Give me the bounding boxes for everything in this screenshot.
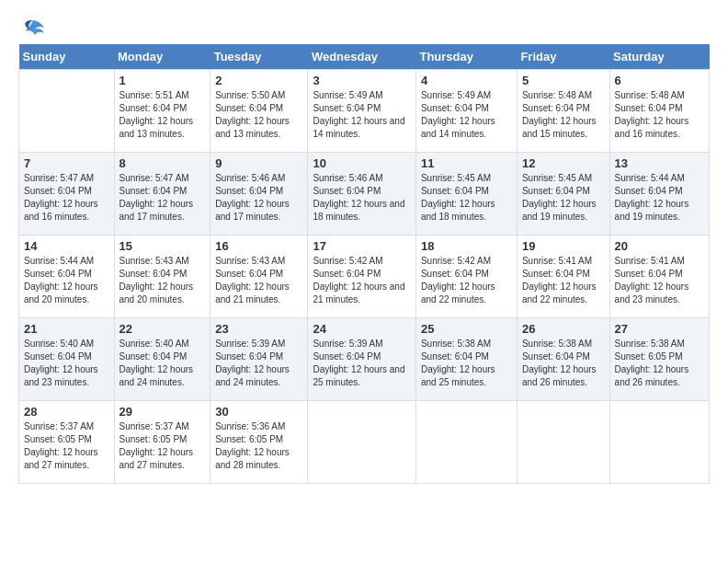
sunset-text: Sunset: 6:04 PM [119, 185, 206, 198]
day-info: Sunrise: 5:49 AM Sunset: 6:04 PM Dayligh… [313, 89, 411, 141]
day-info: Sunrise: 5:38 AM Sunset: 6:04 PM Dayligh… [522, 338, 605, 389]
day-number: 22 [119, 322, 206, 336]
sunrise-text: Sunrise: 5:41 AM [522, 255, 605, 268]
calendar-cell: 11 Sunrise: 5:45 AM Sunset: 6:04 PM Dayl… [415, 153, 517, 236]
day-number: 11 [421, 156, 512, 170]
weekday-header-tuesday: Tuesday [210, 44, 308, 70]
sunrise-text: Sunrise: 5:38 AM [522, 338, 605, 350]
calendar-cell: 25 Sunrise: 5:38 AM Sunset: 6:04 PM Dayl… [415, 318, 517, 401]
calendar-cell: 28 Sunrise: 5:37 AM Sunset: 6:05 PM Dayl… [19, 401, 115, 484]
sunrise-text: Sunrise: 5:48 AM [615, 89, 704, 102]
sunrise-text: Sunrise: 5:41 AM [615, 255, 704, 268]
daylight-text: Daylight: 12 hours and 25 minutes. [313, 363, 411, 389]
day-info: Sunrise: 5:43 AM Sunset: 6:04 PM Dayligh… [119, 255, 206, 306]
sunrise-text: Sunrise: 5:46 AM [215, 172, 302, 185]
sunset-text: Sunset: 6:04 PM [24, 268, 109, 281]
day-info: Sunrise: 5:38 AM Sunset: 6:05 PM Dayligh… [615, 338, 704, 389]
page-header [18, 18, 710, 35]
sunrise-text: Sunrise: 5:45 AM [522, 172, 605, 185]
day-number: 13 [615, 156, 704, 170]
sunrise-text: Sunrise: 5:49 AM [421, 89, 512, 102]
sunset-text: Sunset: 6:05 PM [615, 350, 704, 363]
sunset-text: Sunset: 6:04 PM [24, 350, 109, 363]
day-number: 16 [215, 239, 302, 253]
daylight-text: Daylight: 12 hours and 25 minutes. [421, 363, 512, 389]
sunrise-text: Sunrise: 5:42 AM [313, 255, 411, 268]
calendar-cell: 3 Sunrise: 5:49 AM Sunset: 6:04 PM Dayli… [308, 70, 416, 153]
calendar-cell: 4 Sunrise: 5:49 AM Sunset: 6:04 PM Dayli… [415, 70, 517, 153]
day-number: 12 [522, 156, 605, 170]
sunset-text: Sunset: 6:04 PM [421, 350, 512, 363]
sunset-text: Sunset: 6:04 PM [215, 102, 302, 115]
weekday-header-saturday: Saturday [609, 44, 709, 70]
daylight-text: Daylight: 12 hours and 27 minutes. [24, 446, 109, 472]
calendar-cell: 12 Sunrise: 5:45 AM Sunset: 6:04 PM Dayl… [517, 153, 609, 236]
calendar-cell: 27 Sunrise: 5:38 AM Sunset: 6:05 PM Dayl… [609, 318, 709, 401]
sunset-text: Sunset: 6:04 PM [522, 102, 605, 115]
day-info: Sunrise: 5:43 AM Sunset: 6:04 PM Dayligh… [215, 255, 302, 306]
calendar-cell: 15 Sunrise: 5:43 AM Sunset: 6:04 PM Dayl… [114, 236, 210, 318]
calendar-row: 28 Sunrise: 5:37 AM Sunset: 6:05 PM Dayl… [19, 401, 710, 484]
calendar-row: 21 Sunrise: 5:40 AM Sunset: 6:04 PM Dayl… [19, 318, 710, 401]
daylight-text: Daylight: 12 hours and 24 minutes. [119, 363, 206, 389]
sunset-text: Sunset: 6:04 PM [119, 350, 206, 363]
daylight-text: Daylight: 12 hours and 20 minutes. [119, 281, 206, 306]
calendar-cell: 5 Sunrise: 5:48 AM Sunset: 6:04 PM Dayli… [517, 70, 609, 153]
calendar-cell: 23 Sunrise: 5:39 AM Sunset: 6:04 PM Dayl… [210, 318, 308, 401]
day-info: Sunrise: 5:51 AM Sunset: 6:04 PM Dayligh… [119, 89, 206, 141]
sunrise-text: Sunrise: 5:44 AM [615, 172, 704, 185]
calendar-cell: 14 Sunrise: 5:44 AM Sunset: 6:04 PM Dayl… [19, 236, 115, 318]
sunrise-text: Sunrise: 5:37 AM [24, 420, 109, 433]
day-number: 2 [215, 74, 302, 87]
sunrise-text: Sunrise: 5:38 AM [421, 338, 512, 350]
sunrise-text: Sunrise: 5:40 AM [119, 338, 206, 350]
day-info: Sunrise: 5:48 AM Sunset: 6:04 PM Dayligh… [522, 89, 605, 141]
calendar-cell: 9 Sunrise: 5:46 AM Sunset: 6:04 PM Dayli… [210, 153, 308, 236]
weekday-header-sunday: Sunday [19, 44, 115, 70]
day-info: Sunrise: 5:38 AM Sunset: 6:04 PM Dayligh… [421, 338, 512, 389]
calendar-cell: 1 Sunrise: 5:51 AM Sunset: 6:04 PM Dayli… [114, 70, 210, 153]
daylight-text: Daylight: 12 hours and 22 minutes. [522, 281, 605, 306]
daylight-text: Daylight: 12 hours and 19 minutes. [615, 198, 704, 224]
daylight-text: Daylight: 12 hours and 13 minutes. [119, 115, 206, 141]
weekday-header-wednesday: Wednesday [308, 44, 416, 70]
day-info: Sunrise: 5:47 AM Sunset: 6:04 PM Dayligh… [24, 172, 109, 224]
sunset-text: Sunset: 6:04 PM [421, 185, 512, 198]
day-info: Sunrise: 5:41 AM Sunset: 6:04 PM Dayligh… [522, 255, 605, 306]
day-number: 10 [313, 156, 411, 170]
calendar-cell: 10 Sunrise: 5:46 AM Sunset: 6:04 PM Dayl… [308, 153, 416, 236]
sunset-text: Sunset: 6:04 PM [522, 268, 605, 281]
sunset-text: Sunset: 6:05 PM [215, 433, 302, 446]
sunrise-text: Sunrise: 5:42 AM [421, 255, 512, 268]
calendar-cell: 13 Sunrise: 5:44 AM Sunset: 6:04 PM Dayl… [609, 153, 709, 236]
sunrise-text: Sunrise: 5:51 AM [119, 89, 206, 102]
day-number: 3 [313, 74, 411, 87]
sunset-text: Sunset: 6:04 PM [421, 102, 512, 115]
sunrise-text: Sunrise: 5:49 AM [313, 89, 411, 102]
day-number: 30 [215, 405, 302, 419]
calendar-cell: 6 Sunrise: 5:48 AM Sunset: 6:04 PM Dayli… [609, 70, 709, 153]
daylight-text: Daylight: 12 hours and 21 minutes. [215, 281, 302, 306]
calendar-cell: 17 Sunrise: 5:42 AM Sunset: 6:04 PM Dayl… [308, 236, 416, 318]
daylight-text: Daylight: 12 hours and 20 minutes. [24, 281, 109, 306]
day-number: 28 [24, 405, 109, 419]
sunset-text: Sunset: 6:04 PM [313, 350, 411, 363]
sunrise-text: Sunrise: 5:39 AM [215, 338, 302, 350]
day-info: Sunrise: 5:37 AM Sunset: 6:05 PM Dayligh… [119, 420, 206, 472]
day-number: 15 [119, 239, 206, 253]
sunset-text: Sunset: 6:04 PM [215, 185, 302, 198]
calendar-cell [517, 401, 609, 484]
calendar-table: SundayMondayTuesdayWednesdayThursdayFrid… [18, 44, 710, 484]
logo-bird-icon [20, 18, 46, 39]
day-info: Sunrise: 5:45 AM Sunset: 6:04 PM Dayligh… [522, 172, 605, 224]
daylight-text: Daylight: 12 hours and 18 minutes. [313, 198, 411, 224]
sunrise-text: Sunrise: 5:36 AM [215, 420, 302, 433]
calendar-cell [19, 70, 115, 153]
calendar-cell: 21 Sunrise: 5:40 AM Sunset: 6:04 PM Dayl… [19, 318, 115, 401]
daylight-text: Daylight: 12 hours and 28 minutes. [215, 446, 302, 472]
sunrise-text: Sunrise: 5:43 AM [119, 255, 206, 268]
sunrise-text: Sunrise: 5:50 AM [215, 89, 302, 102]
calendar-cell: 18 Sunrise: 5:42 AM Sunset: 6:04 PM Dayl… [415, 236, 517, 318]
calendar-cell: 16 Sunrise: 5:43 AM Sunset: 6:04 PM Dayl… [210, 236, 308, 318]
weekday-header-monday: Monday [114, 44, 210, 70]
